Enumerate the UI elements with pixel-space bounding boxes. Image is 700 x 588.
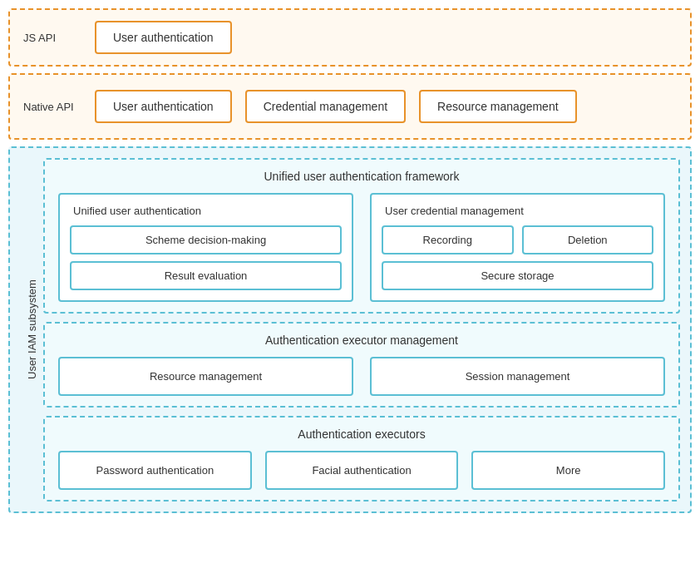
credential-sub-section: User credential management Recording Del…: [370, 193, 665, 302]
executor-mgmt-section: Authentication executor management Resou…: [43, 322, 680, 408]
executors-row: Password authentication Facial authentic…: [58, 451, 665, 490]
deletion-box: Deletion: [522, 225, 654, 254]
result-evaluation-box: Result evaluation: [70, 261, 342, 290]
native-api-box-0: User authentication: [95, 90, 232, 123]
js-api-user-auth-box: User authentication: [95, 21, 232, 54]
executors-section: Authentication executors Password authen…: [43, 416, 680, 502]
facial-auth-box: Facial authentication: [265, 451, 459, 490]
native-api-label: Native API: [23, 101, 81, 113]
session-mgmt-box: Session management: [370, 357, 665, 396]
framework-inner: Unified user authentication Scheme decis…: [58, 193, 665, 302]
diagram: JS API User authentication Native API Us…: [8, 8, 692, 513]
side-label: User IAM subsystem: [20, 158, 43, 502]
js-api-label: JS API: [23, 32, 81, 44]
native-api-box-2: Resource management: [419, 90, 577, 123]
main-section: User IAM subsystem Unified user authenti…: [8, 146, 692, 513]
more-box: More: [471, 451, 665, 490]
js-api-section: JS API User authentication: [8, 8, 692, 67]
credential-sub-boxes: Recording Deletion Secure storage: [382, 225, 653, 290]
secure-storage-box: Secure storage: [382, 261, 653, 290]
executor-mgmt-title: Authentication executor management: [58, 334, 665, 347]
resource-mgmt-box: Resource management: [58, 357, 353, 396]
framework-title: Unified user authentication framework: [58, 170, 665, 183]
auth-sub-boxes: Scheme decision-making Result evaluation: [70, 225, 342, 290]
framework-section: Unified user authentication framework Un…: [43, 158, 680, 314]
main-content: Unified user authentication framework Un…: [43, 158, 680, 502]
native-api-section: Native API User authentication Credentia…: [8, 73, 692, 140]
auth-sub-title: Unified user authentication: [70, 205, 342, 217]
native-api-box-1: Credential management: [245, 90, 406, 123]
executor-mgmt-row: Resource management Session management: [58, 357, 665, 396]
recording-box: Recording: [382, 225, 514, 254]
executors-title: Authentication executors: [58, 427, 665, 441]
credential-row: Recording Deletion: [382, 225, 653, 254]
scheme-decision-box: Scheme decision-making: [70, 225, 342, 254]
auth-sub-section: Unified user authentication Scheme decis…: [58, 193, 353, 302]
credential-sub-title: User credential management: [382, 205, 653, 217]
password-auth-box: Password authentication: [58, 451, 252, 490]
